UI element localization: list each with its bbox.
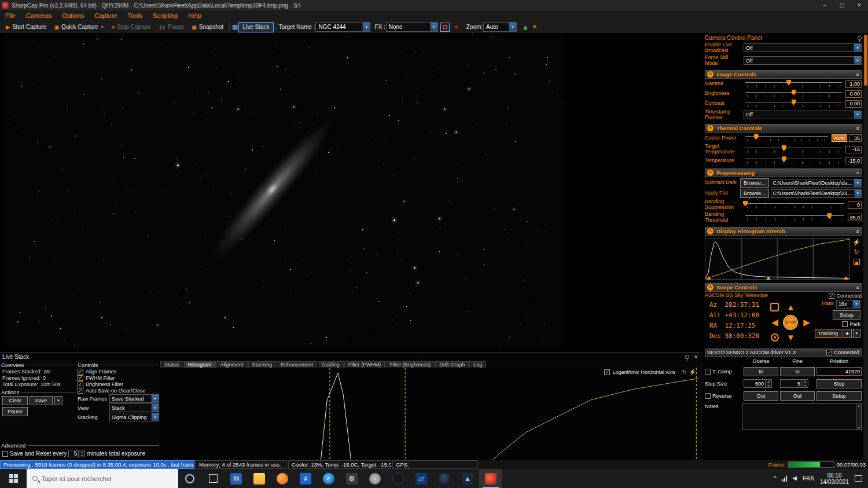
fine-out-button[interactable]: Out	[780, 391, 815, 401]
dropdown-icon[interactable]: ▼	[854, 57, 861, 64]
preprocessing-header[interactable]: ^ Preprocessing ≡	[705, 168, 862, 177]
subtract-dark-browse-button[interactable]: Browse...	[740, 178, 769, 188]
pause-stack-button[interactable]: Pause	[2, 407, 28, 416]
slew-left-button[interactable]: ◀	[771, 318, 778, 326]
coarse-step-spinner[interactable]: 500 ▲▼	[744, 379, 778, 388]
brightness-value[interactable]: 0.00	[845, 90, 862, 98]
cooler-power-slider[interactable]	[745, 134, 828, 142]
pin-icon[interactable]	[858, 36, 862, 40]
target-icon[interactable]	[771, 333, 779, 342]
thermal-controls-header[interactable]: ^ Thermal Controls ≡	[705, 124, 862, 133]
brightness-slider[interactable]	[745, 90, 842, 98]
firefox-icon[interactable]	[271, 469, 294, 488]
clear-button[interactable]: Clear	[2, 396, 28, 405]
rate-select[interactable]: 16x ▼	[836, 300, 860, 309]
timestamp-frames-select[interactable]: Off ▼	[744, 111, 862, 119]
pause-button[interactable]: ❚❚ Pause	[155, 22, 187, 32]
target-name-dropdown-icon[interactable]: ▼	[362, 23, 370, 31]
save-reset-checkbox[interactable]	[2, 451, 8, 457]
dropdown-icon[interactable]: ▼	[852, 300, 860, 308]
scope-setup-button[interactable]: Setup	[833, 310, 860, 320]
cortana-button[interactable]	[178, 469, 201, 488]
save-button[interactable]: Save	[30, 396, 53, 405]
notes-scrollbar[interactable]: ▲▼	[856, 404, 861, 430]
settings-icon[interactable]: ⚙	[340, 469, 363, 488]
collapse-icon[interactable]: ^	[707, 125, 713, 131]
zoom-mode-icon[interactable]: ⚡	[689, 369, 696, 375]
align-frames-option[interactable]: ✓Align Frames	[78, 369, 159, 375]
slew-down-button[interactable]: ▼	[786, 333, 795, 342]
log-axis-checkbox[interactable]: ✓	[604, 369, 610, 375]
menu-options[interactable]: Options	[57, 10, 89, 21]
zoom-select[interactable]: Auto ▼	[483, 22, 517, 32]
collapse-icon[interactable]: ^	[707, 71, 713, 78]
image-canvas[interactable]	[3, 34, 564, 348]
start-capture-button[interactable]: ▶ Start Capture	[2, 22, 50, 32]
brightness-filter-checkbox[interactable]: ✓	[78, 381, 83, 387]
tab-alignment[interactable]: Alignment	[216, 361, 248, 368]
scope-connected-checkbox[interactable]: ✓	[829, 293, 834, 299]
minimize-button[interactable]: –	[816, 0, 833, 10]
network-icon[interactable]	[782, 476, 787, 482]
temperature-slider[interactable]	[745, 156, 842, 165]
close-button[interactable]: ✕	[851, 0, 868, 10]
menu-capture[interactable]: Capture	[89, 10, 122, 21]
dropdown-icon[interactable]: ▼	[151, 413, 159, 421]
contrast-slider[interactable]	[745, 100, 842, 108]
banding-threshold-value[interactable]: 35,0	[848, 214, 862, 221]
search-box[interactable]: Taper ici pour rechercher	[27, 469, 178, 488]
histogram-stretch-header[interactable]: ^ Display Histogram Stretch ≡	[705, 227, 862, 236]
fine-step-spinner[interactable]: 5 ▲▼	[780, 379, 815, 388]
photos-app-icon[interactable]: ▲	[456, 469, 479, 488]
tab-filter-fwhm[interactable]: Filter (FWHM)	[344, 361, 385, 368]
cooler-auto-button[interactable]: Auto	[832, 134, 847, 142]
stacking-select[interactable]: Sigma Clipping▼	[109, 413, 159, 421]
live-stack-button[interactable]: Live Stack	[238, 22, 273, 32]
coarse-in-button[interactable]: In	[744, 367, 778, 376]
subtract-dark-path-select[interactable]: C:\Users\SharkFleet\Desktop\dark... ▼	[771, 179, 862, 188]
reset-stretch-icon[interactable]: ↻	[854, 249, 859, 255]
start-button[interactable]	[0, 469, 27, 488]
section-menu-icon[interactable]: ≡	[856, 71, 859, 78]
white-point-handle[interactable]	[844, 276, 848, 280]
tab-filter-brightness[interactable]: Filter (Brightness)	[385, 361, 435, 368]
task-view-button[interactable]	[201, 469, 225, 488]
banding-suppression-slider[interactable]	[745, 201, 844, 210]
tab-stacking[interactable]: Stacking	[248, 361, 277, 368]
raw-frames-select[interactable]: Save Stacked▼	[109, 394, 159, 403]
enable-broadcast-select[interactable]: Off ▼	[744, 43, 862, 52]
clock[interactable]: 06:10 14/03/2021	[820, 472, 849, 485]
target-temperature-slider[interactable]	[745, 145, 842, 154]
focuser-setup-button[interactable]: Setup	[816, 391, 862, 401]
auto-stretch-icon[interactable]: ⚡	[852, 239, 860, 245]
focuser-stop-button[interactable]: Stop	[816, 379, 862, 388]
volume-icon[interactable]	[793, 476, 797, 481]
contrast-value[interactable]: 0.00	[845, 100, 862, 108]
home-icon[interactable]	[770, 303, 779, 311]
fx-dropdown-icon[interactable]: ▼	[430, 23, 437, 31]
section-menu-icon[interactable]: ≡	[856, 228, 859, 234]
collapse-icon[interactable]: ^	[707, 284, 713, 291]
stretch-histogram-plot[interactable]	[705, 238, 850, 280]
gamma-value[interactable]: 1.00	[845, 80, 862, 88]
target-name-field[interactable]: NGC 4244 ▼	[315, 22, 370, 32]
quick-capture-button[interactable]: ▣ Quick Capture ▼	[50, 22, 107, 32]
reverse-checkbox[interactable]	[705, 393, 711, 399]
image-controls-header[interactable]: ^ Image Controls ≡	[705, 70, 862, 79]
language-indicator[interactable]: FRA	[803, 475, 814, 482]
blue-app-icon[interactable]: #	[294, 469, 317, 488]
menu-cameras[interactable]: Cameras	[21, 10, 57, 21]
pan-icon[interactable]: ↻	[682, 369, 686, 375]
tab-enhancement[interactable]: Enhancement	[277, 361, 317, 368]
scope-controls-header[interactable]: ^ Scope Controls ≡	[705, 283, 862, 292]
fwhm-filter-option[interactable]: ✓FWHM Filter	[78, 375, 159, 381]
tcomp-checkbox[interactable]	[705, 369, 711, 375]
stop-capture-button[interactable]: ■ Stop Capture	[108, 22, 155, 32]
tab-status[interactable]: Status	[160, 361, 183, 368]
menu-tools[interactable]: Tools	[122, 10, 148, 21]
coarse-out-button[interactable]: Out	[744, 391, 778, 401]
dropdown-icon[interactable]: ▼	[151, 395, 159, 402]
black-point-handle[interactable]	[707, 276, 711, 280]
snapshot-button[interactable]: ▣ Snapshot	[188, 22, 227, 32]
save-stretch-icon[interactable]	[854, 259, 860, 265]
